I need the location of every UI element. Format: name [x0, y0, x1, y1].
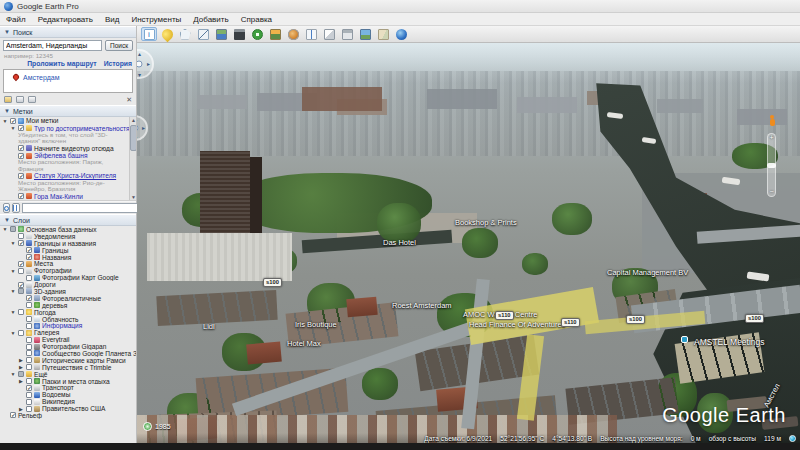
- record-tour-button[interactable]: [231, 27, 247, 41]
- tree-item-label[interactable]: Границы: [42, 247, 68, 254]
- move-right-arrow-icon[interactable]: ▸: [142, 124, 145, 131]
- checkbox-unchecked[interactable]: [26, 350, 32, 356]
- tree-item-label[interactable]: Ещё: [34, 371, 48, 378]
- tree-item-label[interactable]: Галерея: [34, 329, 59, 336]
- checkbox-checked[interactable]: [18, 125, 24, 131]
- checkbox-unchecked[interactable]: [26, 316, 32, 322]
- checkbox-unchecked[interactable]: [18, 330, 24, 336]
- expander-down-icon[interactable]: ▼: [10, 330, 16, 336]
- places-view-button[interactable]: [12, 203, 20, 213]
- tree-item-label[interactable]: Границы и названия: [34, 240, 96, 247]
- add-image-overlay-button[interactable]: [213, 27, 229, 41]
- tree-item-label[interactable]: Начните видеотур отсюда: [34, 145, 114, 152]
- expander-right-icon[interactable]: ▶: [18, 378, 24, 384]
- expander-down-icon[interactable]: ▼: [2, 118, 8, 124]
- checkbox-unchecked[interactable]: [26, 357, 32, 363]
- print-button[interactable]: [339, 27, 355, 41]
- get-directions-link[interactable]: Проложить маршрут: [27, 60, 97, 67]
- checkbox-checked[interactable]: [10, 412, 16, 418]
- pegman-icon[interactable]: [768, 115, 776, 128]
- map-label[interactable]: Hotel Max: [287, 339, 321, 348]
- expander-right-icon[interactable]: ▶: [18, 364, 24, 370]
- tree-item-label[interactable]: деревья: [42, 302, 67, 309]
- checkbox-checked[interactable]: [18, 240, 24, 246]
- checkbox-checked[interactable]: [10, 118, 16, 124]
- checkbox-partial[interactable]: [18, 288, 24, 294]
- print-icon[interactable]: [28, 96, 36, 103]
- look-center[interactable]: [137, 61, 143, 68]
- tree-item-label[interactable]: Everytrail: [42, 336, 69, 343]
- menu-item-1[interactable]: Редактировать: [38, 15, 93, 24]
- menu-item-2[interactable]: Вид: [105, 15, 119, 24]
- scroll-down-icon[interactable]: ▼: [130, 194, 136, 200]
- checkbox-unchecked[interactable]: [26, 392, 32, 398]
- zoom-slider[interactable]: + −: [767, 133, 776, 197]
- tree-item-label[interactable]: Фотографии Gigapan: [42, 343, 106, 350]
- map-label[interactable]: Lidl: [203, 322, 215, 331]
- sunlight-button[interactable]: [267, 27, 283, 41]
- places-scrollbar[interactable]: ▲ ▼: [129, 117, 136, 200]
- zoom-slider-handle[interactable]: [767, 163, 776, 168]
- sidebar-toggle-button[interactable]: i: [141, 27, 157, 41]
- expander-down-icon[interactable]: ▼: [10, 268, 16, 274]
- checkbox-unchecked[interactable]: [26, 344, 32, 350]
- menu-item-4[interactable]: Добавить: [193, 15, 228, 24]
- search-results[interactable]: Амстердам: [3, 69, 133, 93]
- search-input[interactable]: [3, 40, 102, 51]
- tree-item-label[interactable]: Информация: [42, 322, 82, 329]
- tree-item-label[interactable]: Основная база данных: [26, 226, 97, 233]
- map-label[interactable]: Capital Management BV: [607, 268, 688, 277]
- checkbox-unchecked[interactable]: [26, 275, 32, 281]
- search-button[interactable]: Поиск: [105, 40, 133, 51]
- expander-down-icon[interactable]: ▼: [10, 125, 16, 131]
- checkbox-checked[interactable]: [26, 295, 32, 301]
- tree-item-label[interactable]: Статуя Христа-Искупителя: [34, 172, 116, 179]
- scroll-thumb[interactable]: [130, 125, 136, 151]
- tree-item-label[interactable]: Правительство США: [42, 405, 105, 412]
- checkbox-unchecked[interactable]: [18, 233, 24, 239]
- tree-item-label[interactable]: 3D-здания: [34, 288, 66, 295]
- tree-item-label[interactable]: Тур по достопримечательностям: [34, 125, 134, 132]
- ruler-button[interactable]: [303, 27, 319, 41]
- search-places-button[interactable]: [3, 203, 10, 213]
- tree-item-label[interactable]: Парки и места отдыха: [42, 378, 110, 385]
- add-placemark-button[interactable]: [159, 27, 175, 41]
- tree-item-label[interactable]: Мои метки: [26, 117, 58, 124]
- tree-item-label[interactable]: Эйфелева башня: [34, 152, 88, 159]
- scroll-up-icon[interactable]: ▲: [130, 117, 136, 123]
- menu-item-0[interactable]: Файл: [6, 15, 26, 24]
- checkbox-unchecked[interactable]: [26, 302, 32, 308]
- checkbox-checked[interactable]: [18, 261, 24, 267]
- checkbox-partial[interactable]: [10, 226, 16, 232]
- tree-item-label[interactable]: Википедия: [42, 398, 75, 405]
- checkbox-unchecked[interactable]: [18, 309, 24, 315]
- tree-item-label[interactable]: Исторические карты Рамси: [42, 357, 126, 364]
- planets-button[interactable]: [285, 27, 301, 41]
- expander-down-icon[interactable]: ▼: [10, 240, 16, 246]
- close-results-icon[interactable]: ✕: [126, 96, 132, 104]
- copy-icon[interactable]: [16, 96, 24, 103]
- look-right-arrow-icon[interactable]: ▸: [147, 60, 150, 67]
- tree-item-label[interactable]: Погода: [34, 309, 56, 316]
- poi-info-marker[interactable]: [681, 336, 688, 343]
- map-viewport[interactable]: ▴ ▾ ◂ ▸ ▴ ▾ ◂ ▸ + −: [137, 43, 800, 443]
- tree-item-label[interactable]: Названия: [42, 254, 71, 261]
- tree-item-label[interactable]: Фотографии Карт Google: [42, 274, 119, 281]
- checkbox-unchecked[interactable]: [26, 337, 32, 343]
- checkbox-unchecked[interactable]: [18, 268, 24, 274]
- tree-item-label[interactable]: Водоемы: [42, 391, 70, 398]
- checkbox-checked[interactable]: [18, 153, 24, 159]
- menu-item-5[interactable]: Справка: [241, 15, 272, 24]
- add-to-places-icon[interactable]: [4, 96, 12, 103]
- checkbox-unchecked[interactable]: [26, 364, 32, 370]
- layers-panel-header[interactable]: ▼ Слои: [0, 214, 136, 226]
- map-label[interactable]: Head Finance Of Adventures: [469, 320, 565, 329]
- places-panel-header[interactable]: ▼ Метки: [0, 105, 136, 117]
- checkbox-partial[interactable]: [18, 371, 24, 377]
- historical-imagery-chip[interactable]: 1985: [143, 422, 171, 431]
- view-in-google-maps-button[interactable]: [375, 27, 391, 41]
- email-button[interactable]: [321, 27, 337, 41]
- checkbox-checked[interactable]: [18, 173, 24, 179]
- tree-item-label[interactable]: Сообщество Google Планета Земля: [42, 350, 136, 357]
- tree-item-label[interactable]: Фотореалистичные: [42, 295, 101, 302]
